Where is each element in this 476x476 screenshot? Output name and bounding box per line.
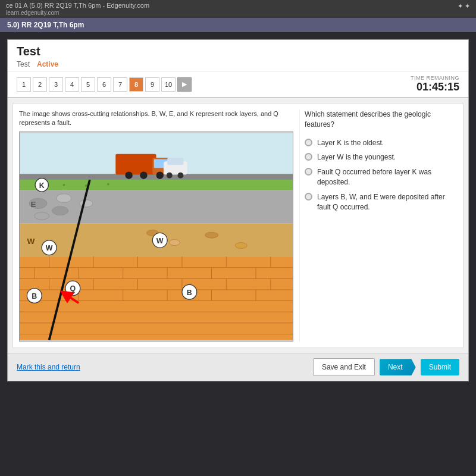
svg-point-15 xyxy=(85,184,87,187)
svg-rect-12 xyxy=(20,180,293,190)
next-button[interactable]: Next xyxy=(380,359,416,375)
svg-point-10 xyxy=(167,173,173,178)
time-remaining-display: TIME REMAINING 01:45:15 xyxy=(411,75,459,93)
radio-3[interactable] xyxy=(305,168,312,176)
option-2[interactable]: Layer W is the youngest. xyxy=(305,150,457,165)
svg-point-11 xyxy=(177,173,183,178)
question-image-desc: The image shows cross-cutting relationsh… xyxy=(19,109,293,128)
nav-btn-9[interactable]: 9 xyxy=(145,77,159,92)
svg-point-16 xyxy=(107,183,109,186)
nav-btn-4[interactable]: 4 xyxy=(65,77,79,92)
nav-btn-7[interactable]: 7 xyxy=(113,77,127,92)
option-4-text: Layers B, W, and E were deposited after … xyxy=(317,192,457,212)
svg-point-19 xyxy=(57,194,71,203)
nav-next-arrow[interactable]: ▶ xyxy=(177,77,192,92)
svg-point-14 xyxy=(63,184,65,186)
option-3-text: Fault Q occurred before layer K was depo… xyxy=(317,167,457,187)
svg-point-6 xyxy=(140,171,147,178)
svg-point-20 xyxy=(52,206,68,215)
svg-text:K: K xyxy=(39,181,45,190)
nav-btn-10[interactable]: 10 xyxy=(161,77,176,92)
time-value: 01:45:15 xyxy=(411,81,459,93)
svg-point-7 xyxy=(156,171,164,178)
answer-question-text: Which statement describes the geologic f… xyxy=(305,109,457,130)
radio-1[interactable] xyxy=(305,139,312,146)
nav-btn-5[interactable]: 5 xyxy=(81,77,95,92)
breadcrumb: Test Active xyxy=(17,60,459,71)
nav-btn-8[interactable]: 8 xyxy=(129,77,143,92)
nav-btn-2[interactable]: 2 xyxy=(33,77,47,92)
svg-rect-2 xyxy=(115,154,156,175)
browser-url: learn.edgenuity.com xyxy=(6,10,59,16)
geology-diagram: K E xyxy=(19,131,293,342)
option-1-text: Layer K is the oldest. xyxy=(317,138,384,148)
svg-point-21 xyxy=(79,199,92,206)
svg-text:B: B xyxy=(187,288,192,296)
nav-btn-3[interactable]: 3 xyxy=(49,77,63,92)
breadcrumb-test: Test xyxy=(17,60,30,68)
radio-2[interactable] xyxy=(305,153,312,161)
radio-4[interactable] xyxy=(305,193,312,201)
mark-return-link[interactable]: Mark this and return xyxy=(17,363,80,371)
svg-text:W: W xyxy=(46,244,53,252)
svg-point-27 xyxy=(205,232,218,238)
svg-text:E: E xyxy=(31,200,36,209)
svg-text:W: W xyxy=(27,237,35,246)
svg-point-22 xyxy=(35,212,49,220)
save-exit-button[interactable]: Save and Exit xyxy=(313,358,375,376)
svg-text:Q: Q xyxy=(70,284,76,293)
action-buttons: Save and Exit Next Submit xyxy=(313,358,459,376)
svg-text:B: B xyxy=(32,292,37,300)
nav-btn-6[interactable]: 6 xyxy=(97,77,111,92)
question-nav: 1 2 3 4 5 6 7 8 9 10 ▶ xyxy=(17,77,192,92)
page-title: Test xyxy=(17,45,459,58)
svg-text:W: W xyxy=(156,237,164,245)
time-label: TIME REMAINING xyxy=(411,75,459,81)
svg-point-28 xyxy=(235,242,247,248)
browser-title: ce 01 A (5.0) RR 2Q19 T,Th 6pm - Edgenui… xyxy=(6,2,149,9)
option-3[interactable]: Fault Q occurred before layer K was depo… xyxy=(305,165,457,190)
option-4[interactable]: Layers B, W, and E were deposited after … xyxy=(305,190,457,215)
app-header-label: 5.0) RR 2Q19 T,Th 6pm xyxy=(7,21,84,29)
option-2-text: Layer W is the youngest. xyxy=(317,152,396,162)
svg-point-5 xyxy=(125,171,132,178)
svg-rect-9 xyxy=(167,158,183,165)
nav-btn-1[interactable]: 1 xyxy=(17,77,31,92)
svg-rect-1 xyxy=(20,174,293,180)
breadcrumb-status: Active xyxy=(37,60,58,68)
svg-point-26 xyxy=(170,239,180,245)
submit-button[interactable]: Submit xyxy=(421,359,459,375)
option-1[interactable]: Layer K is the oldest. xyxy=(305,136,457,151)
